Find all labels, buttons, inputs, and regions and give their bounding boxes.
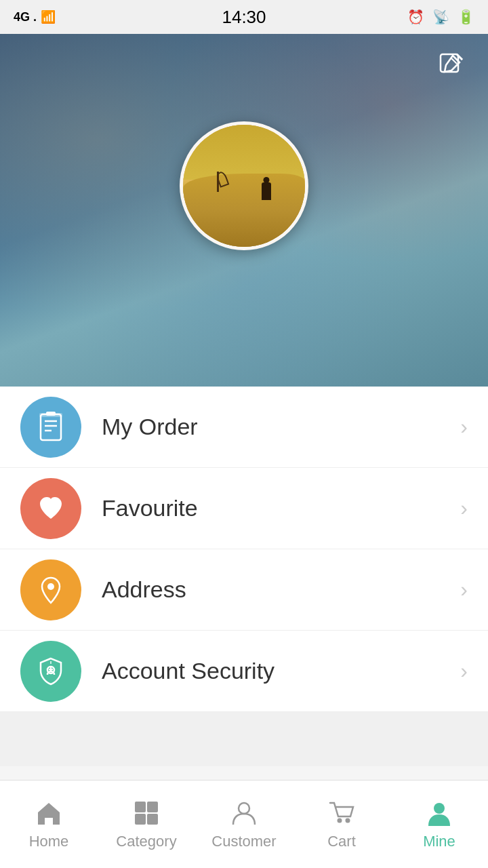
nav-category[interactable]: Category bbox=[98, 781, 195, 868]
svg-point-21 bbox=[338, 818, 342, 823]
status-right: ⏰ 📡 🔋 bbox=[407, 9, 474, 25]
bottom-nav: Home Category Customer Cart bbox=[0, 780, 488, 868]
address-arrow: › bbox=[460, 577, 468, 602]
favourite-icon bbox=[20, 478, 81, 539]
battery-icon: 🔋 bbox=[458, 9, 474, 25]
nav-cart[interactable]: Cart bbox=[293, 781, 390, 868]
nav-home-label: Home bbox=[29, 833, 69, 850]
svg-rect-16 bbox=[135, 802, 146, 812]
nav-mine[interactable]: Mine bbox=[390, 781, 488, 868]
my-order-icon bbox=[20, 397, 81, 458]
avatar[interactable] bbox=[180, 121, 308, 250]
svg-point-10 bbox=[47, 583, 54, 590]
status-left: 4G . 📶 bbox=[14, 9, 56, 24]
account-security-arrow: › bbox=[460, 658, 468, 684]
my-order-label: My Order bbox=[102, 414, 460, 440]
address-icon bbox=[20, 559, 81, 620]
favourite-arrow: › bbox=[460, 496, 468, 521]
my-order-item[interactable]: My Order › bbox=[0, 387, 488, 468]
nav-customer-label: Customer bbox=[211, 833, 276, 850]
account-security-icon bbox=[20, 641, 81, 702]
svg-point-20 bbox=[239, 803, 249, 814]
signal-text: 4G . bbox=[14, 10, 37, 24]
address-item[interactable]: Address › bbox=[0, 549, 488, 631]
menu-list: My Order › Favourite › Address › bbox=[0, 387, 488, 712]
nav-home[interactable]: Home bbox=[0, 781, 98, 868]
svg-point-22 bbox=[346, 818, 350, 823]
svg-rect-18 bbox=[135, 814, 146, 825]
svg-rect-9 bbox=[46, 412, 56, 416]
account-security-item[interactable]: Account Security › bbox=[0, 631, 488, 712]
status-time: 14:30 bbox=[222, 7, 266, 28]
favourite-label: Favourite bbox=[102, 495, 460, 521]
nav-customer[interactable]: Customer bbox=[195, 781, 293, 868]
signal-bars: 📶 bbox=[41, 9, 56, 24]
nav-category-label: Category bbox=[116, 833, 176, 850]
my-order-arrow: › bbox=[460, 414, 468, 439]
avatar-image bbox=[183, 125, 305, 247]
svg-rect-17 bbox=[147, 802, 158, 812]
favourite-item[interactable]: Favourite › bbox=[0, 468, 488, 549]
nav-mine-label: Mine bbox=[423, 833, 455, 850]
svg-rect-4 bbox=[41, 414, 61, 440]
nav-cart-label: Cart bbox=[327, 833, 356, 850]
account-security-label: Account Security bbox=[102, 658, 460, 684]
svg-rect-19 bbox=[147, 814, 158, 825]
svg-point-23 bbox=[434, 803, 445, 814]
address-label: Address bbox=[102, 576, 460, 603]
profile-section: Tomcat bbox=[0, 34, 488, 387]
wifi-icon: 📡 bbox=[432, 9, 449, 25]
status-bar: 4G . 📶 14:30 ⏰ 📡 🔋 bbox=[0, 0, 488, 34]
edit-button[interactable] bbox=[434, 47, 468, 81]
clock-icon: ⏰ bbox=[407, 9, 424, 25]
content-spacer bbox=[0, 712, 488, 766]
